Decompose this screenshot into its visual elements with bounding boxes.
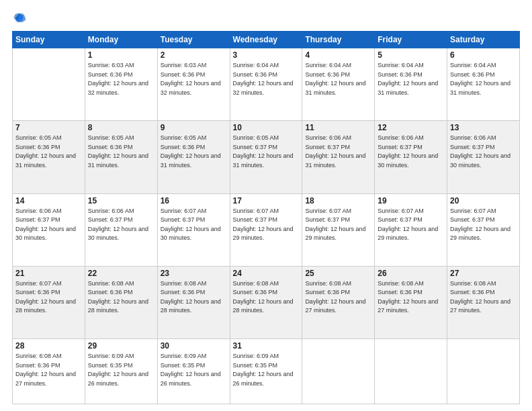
day-number: 30: [161, 341, 227, 351]
calendar-day-cell: 31 Sunrise: 6:09 AMSunset: 6:35 PMDaylig…: [230, 339, 302, 404]
calendar-day-cell: 2 Sunrise: 6:03 AMSunset: 6:36 PMDayligh…: [157, 48, 230, 121]
day-number: 26: [378, 269, 444, 278]
day-number: 27: [450, 269, 517, 278]
day-number: 12: [378, 123, 444, 132]
day-info: Sunrise: 6:08 AMSunset: 6:36 PMDaylight:…: [378, 280, 438, 314]
calendar-week-row: 21 Sunrise: 6:07 AMSunset: 6:36 PMDaylig…: [13, 266, 520, 338]
day-info: Sunrise: 6:05 AMSunset: 6:37 PMDaylight:…: [233, 134, 294, 169]
day-number: 21: [15, 269, 82, 278]
day-number: 24: [233, 269, 300, 278]
weekday-header: Sunday: [13, 32, 85, 48]
calendar-day-cell: 13 Sunrise: 6:06 AMSunset: 6:37 PMDaylig…: [447, 121, 520, 193]
calendar-day-cell: 5 Sunrise: 6:04 AMSunset: 6:36 PMDayligh…: [375, 48, 447, 121]
calendar-day-cell: 3 Sunrise: 6:04 AMSunset: 6:36 PMDayligh…: [230, 48, 302, 121]
day-number: 14: [15, 196, 82, 205]
day-number: 31: [233, 341, 300, 351]
weekday-header: Tuesday: [157, 32, 230, 48]
day-number: 22: [88, 269, 154, 278]
calendar-day-cell: 28 Sunrise: 6:08 AMSunset: 6:36 PMDaylig…: [13, 339, 85, 404]
day-number: 15: [88, 196, 154, 205]
day-number: 9: [161, 123, 227, 132]
day-info: Sunrise: 6:07 AMSunset: 6:36 PMDaylight:…: [15, 280, 76, 314]
calendar-day-cell: 4 Sunrise: 6:04 AMSunset: 6:36 PMDayligh…: [302, 48, 375, 121]
day-number: 13: [450, 123, 517, 132]
day-number: 16: [161, 196, 227, 205]
day-number: 5: [378, 50, 444, 60]
day-number: 4: [305, 50, 371, 60]
calendar-week-row: 28 Sunrise: 6:08 AMSunset: 6:36 PMDaylig…: [13, 339, 520, 404]
calendar-day-cell: 22 Sunrise: 6:08 AMSunset: 6:36 PMDaylig…: [85, 266, 157, 338]
day-info: Sunrise: 6:03 AMSunset: 6:36 PMDaylight:…: [88, 62, 148, 96]
calendar-day-cell: 12 Sunrise: 6:06 AMSunset: 6:37 PMDaylig…: [375, 121, 447, 193]
calendar-day-cell: 19 Sunrise: 6:07 AMSunset: 6:37 PMDaylig…: [375, 193, 447, 266]
calendar-day-cell: 1 Sunrise: 6:03 AMSunset: 6:36 PMDayligh…: [85, 48, 157, 121]
day-info: Sunrise: 6:09 AMSunset: 6:35 PMDaylight:…: [88, 353, 148, 387]
day-number: 28: [15, 341, 82, 351]
day-info: Sunrise: 6:07 AMSunset: 6:37 PMDaylight:…: [233, 208, 294, 242]
day-info: Sunrise: 6:08 AMSunset: 6:36 PMDaylight:…: [450, 280, 511, 314]
day-number: 17: [233, 196, 300, 205]
day-number: 6: [450, 50, 517, 60]
calendar-week-row: 7 Sunrise: 6:05 AMSunset: 6:36 PMDayligh…: [13, 121, 520, 193]
weekday-header: Friday: [375, 32, 447, 48]
calendar-day-cell: 18 Sunrise: 6:07 AMSunset: 6:37 PMDaylig…: [302, 193, 375, 266]
header: [12, 11, 520, 26]
day-number: 8: [88, 123, 154, 132]
day-info: Sunrise: 6:05 AMSunset: 6:36 PMDaylight:…: [161, 134, 221, 169]
calendar-table: SundayMondayTuesdayWednesdayThursdayFrid…: [12, 31, 520, 404]
calendar-week-row: 14 Sunrise: 6:06 AMSunset: 6:37 PMDaylig…: [13, 193, 520, 266]
day-number: 19: [378, 196, 444, 205]
calendar-day-cell: 14 Sunrise: 6:06 AMSunset: 6:37 PMDaylig…: [13, 193, 85, 266]
calendar-day-cell: 20 Sunrise: 6:07 AMSunset: 6:37 PMDaylig…: [447, 193, 520, 266]
day-number: 1: [88, 50, 154, 60]
calendar-week-row: 1 Sunrise: 6:03 AMSunset: 6:36 PMDayligh…: [13, 48, 520, 121]
day-number: 25: [305, 269, 371, 278]
day-info: Sunrise: 6:08 AMSunset: 6:36 PMDaylight:…: [305, 280, 365, 314]
calendar-day-cell: 17 Sunrise: 6:07 AMSunset: 6:37 PMDaylig…: [230, 193, 302, 266]
calendar-day-cell: 24 Sunrise: 6:08 AMSunset: 6:36 PMDaylig…: [230, 266, 302, 338]
day-number: 23: [161, 269, 227, 278]
calendar-day-cell: 7 Sunrise: 6:05 AMSunset: 6:36 PMDayligh…: [13, 121, 85, 193]
calendar-day-cell: 15 Sunrise: 6:06 AMSunset: 6:37 PMDaylig…: [85, 193, 157, 266]
day-info: Sunrise: 6:06 AMSunset: 6:37 PMDaylight:…: [378, 134, 438, 169]
day-info: Sunrise: 6:05 AMSunset: 6:36 PMDaylight:…: [15, 134, 76, 169]
calendar-day-cell: 11 Sunrise: 6:06 AMSunset: 6:37 PMDaylig…: [302, 121, 375, 193]
calendar-day-cell: [13, 48, 85, 121]
calendar-day-cell: 26 Sunrise: 6:08 AMSunset: 6:36 PMDaylig…: [375, 266, 447, 338]
calendar-day-cell: 25 Sunrise: 6:08 AMSunset: 6:36 PMDaylig…: [302, 266, 375, 338]
day-info: Sunrise: 6:04 AMSunset: 6:36 PMDaylight:…: [378, 62, 438, 96]
day-info: Sunrise: 6:08 AMSunset: 6:36 PMDaylight:…: [15, 353, 76, 387]
day-info: Sunrise: 6:04 AMSunset: 6:36 PMDaylight:…: [233, 62, 294, 96]
logo: [12, 11, 30, 26]
day-info: Sunrise: 6:06 AMSunset: 6:37 PMDaylight:…: [88, 208, 148, 242]
day-info: Sunrise: 6:07 AMSunset: 6:37 PMDaylight:…: [378, 208, 438, 242]
calendar-day-cell: 9 Sunrise: 6:05 AMSunset: 6:36 PMDayligh…: [157, 121, 230, 193]
day-number: 20: [450, 196, 517, 205]
day-info: Sunrise: 6:07 AMSunset: 6:37 PMDaylight:…: [161, 208, 221, 242]
calendar-day-cell: 23 Sunrise: 6:08 AMSunset: 6:36 PMDaylig…: [157, 266, 230, 338]
day-info: Sunrise: 6:04 AMSunset: 6:36 PMDaylight:…: [450, 62, 511, 96]
calendar-day-cell: [375, 339, 447, 404]
day-info: Sunrise: 6:03 AMSunset: 6:36 PMDaylight:…: [161, 62, 221, 96]
day-info: Sunrise: 6:04 AMSunset: 6:36 PMDaylight:…: [305, 62, 365, 96]
calendar-day-cell: 8 Sunrise: 6:05 AMSunset: 6:36 PMDayligh…: [85, 121, 157, 193]
day-number: 29: [88, 341, 154, 351]
day-info: Sunrise: 6:05 AMSunset: 6:36 PMDaylight:…: [88, 134, 148, 169]
day-info: Sunrise: 6:08 AMSunset: 6:36 PMDaylight:…: [88, 280, 148, 314]
weekday-header: Monday: [85, 32, 157, 48]
day-number: 18: [305, 196, 371, 205]
calendar-day-cell: 10 Sunrise: 6:05 AMSunset: 6:37 PMDaylig…: [230, 121, 302, 193]
calendar-day-cell: 16 Sunrise: 6:07 AMSunset: 6:37 PMDaylig…: [157, 193, 230, 266]
day-number: 3: [233, 50, 300, 60]
calendar-day-cell: 21 Sunrise: 6:07 AMSunset: 6:36 PMDaylig…: [13, 266, 85, 338]
calendar-day-cell: 30 Sunrise: 6:09 AMSunset: 6:35 PMDaylig…: [157, 339, 230, 404]
weekday-header: Wednesday: [230, 32, 302, 48]
logo-icon: [12, 11, 27, 26]
day-info: Sunrise: 6:09 AMSunset: 6:35 PMDaylight:…: [161, 353, 221, 387]
weekday-header: Saturday: [447, 32, 520, 48]
weekday-header: Thursday: [302, 32, 375, 48]
calendar-day-cell: 27 Sunrise: 6:08 AMSunset: 6:36 PMDaylig…: [447, 266, 520, 338]
day-info: Sunrise: 6:07 AMSunset: 6:37 PMDaylight:…: [450, 208, 511, 242]
day-number: 10: [233, 123, 300, 132]
day-info: Sunrise: 6:06 AMSunset: 6:37 PMDaylight:…: [305, 134, 365, 169]
